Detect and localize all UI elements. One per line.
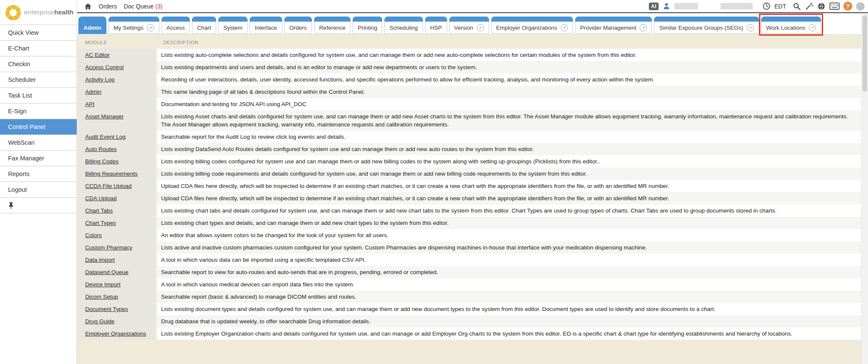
tab-scheduling[interactable]: Scheduling [384,17,423,34]
module-link-activity-log[interactable]: Activity Log [85,76,114,83]
sidebar-item-task-list[interactable]: Task List [0,88,77,104]
module-link-access-control[interactable]: Access Control [85,64,124,70]
tab-access[interactable]: Access [161,17,190,34]
module-cell: Admin [79,86,157,98]
sidebar-pin-button[interactable] [0,198,77,213]
module-link-cda-upload[interactable]: CDA Upload [85,195,117,202]
globe-icon[interactable] [817,2,826,11]
content-area: MODULE DESCRIPTION AC EditorLists existi… [77,34,861,364]
tab-chart[interactable]: Chart [192,17,216,34]
module-link-ac-editor[interactable]: AC Editor [85,52,110,58]
search-icon[interactable] [793,2,801,11]
sidebar-item-logout[interactable]: Logout [0,182,77,198]
module-cell: Device Import [79,278,157,291]
module-link-ccda-file-upload[interactable]: CCDA File Upload [85,183,132,189]
table-row: Chart TabsLists existing chart tabs and … [79,204,861,217]
table-row: Dicom SetupSearchable report (basic & ad… [79,291,861,303]
tab-similar-exposure-groups-segs[interactable]: Similar Exposure Groups (SEGs)↗ [654,17,759,34]
sidebar-item-e-chart[interactable]: E-Chart [0,41,77,56]
column-header-description: DESCRIPTION [157,40,861,49]
sidebar-item-e-sign[interactable]: E-Sign [0,104,77,119]
module-link-chart-types[interactable]: Chart Types [85,220,116,226]
module-link-colors[interactable]: Colors [85,232,102,238]
description-cell: Lists existing document types and detail… [157,303,861,315]
help-icon[interactable]: ? [843,2,852,11]
topnav-doc-queue-link[interactable]: Doc Queue (3) [124,3,163,10]
tab-label: Employer Organizations [496,25,557,31]
module-link-device-import[interactable]: Device Import [85,281,120,288]
user-icon[interactable] [662,2,670,10]
tab-label: Orders [289,25,307,31]
description-cell: Lists existing departments and users and… [157,61,861,73]
module-link-drug-guide[interactable]: Drug Guide [85,318,114,325]
module-link-auto-routes[interactable]: Auto Routes [85,146,117,152]
topnav-orders-link[interactable]: Orders [99,3,117,10]
description-cell: Upload CDA files here directly, which wi… [157,192,861,204]
tab-admin[interactable]: Admin [78,17,106,34]
module-link-admin[interactable]: Admin [85,89,101,95]
module-link-dicom-setup[interactable]: Dicom Setup [85,294,118,300]
module-link-billing-codes[interactable]: Billing Codes [85,158,119,165]
description-cell: Drug database that is updated weekly, to… [157,315,861,328]
tab-work-locations[interactable]: Work Locations↗ [761,17,821,34]
module-link-document-types[interactable]: Document Types [85,306,128,312]
tab-reference[interactable]: Reference [314,17,351,34]
description-cell: Searchable report for the Audit Log to r… [157,131,861,143]
table-row: Access ControlLists existing departments… [79,61,861,73]
table-row: Billing RequirementsLists existing billi… [79,168,861,180]
tab-employer-organizations[interactable]: Employer Organizations↗ [491,17,573,34]
tab-version[interactable]: Version↗ [449,17,489,34]
module-link-datasend-queue[interactable]: Datasend Queue [85,269,128,275]
description-cell: Lists existing billing codes configured … [157,155,861,168]
table-row: Datasend QueueSearchable report to view … [79,266,861,278]
tab-printing[interactable]: Printing [353,17,382,34]
sidebar-item-quick-view[interactable]: Quick View [0,25,77,41]
avatar-placeholder[interactable] [856,2,865,11]
column-header-module: MODULE [79,40,157,49]
description-cell: Recording of user interactions, details,… [157,73,861,86]
table-row: Audit Event LogSearchable report for the… [79,131,861,143]
module-link-employer-organizations[interactable]: Employer Organizations [85,330,146,337]
tab-label: Access [167,25,185,31]
tab-orders[interactable]: Orders [284,17,312,34]
table-row: Data importA tool in which various data … [79,254,861,266]
module-cell: CDA Upload [79,192,157,204]
module-link-data-import[interactable]: Data import [85,257,115,263]
tab-label: Similar Exposure Groups (SEGs) [659,25,743,31]
tab-interface[interactable]: Interface [250,17,282,34]
sidebar-item-fax-manager[interactable]: Fax Manager [0,151,77,166]
external-link-icon: ↗ [640,24,647,31]
table-row: Billing CodesLists existing billing code… [79,155,861,168]
module-link-asset-manager[interactable]: Asset Manager [85,113,124,120]
module-link-billing-requirements[interactable]: Billing Requirements [85,171,138,177]
home-icon[interactable] [84,3,92,10]
module-cell: Document Types [79,303,157,315]
keyboard-icon[interactable] [829,2,840,10]
vertical-scrollbar[interactable] [861,14,868,364]
module-link-custom-pharmacy[interactable]: Custom Pharmacy [85,244,132,251]
sidebar-item-scheduler[interactable]: Scheduler [0,72,77,88]
ai-badge[interactable]: AI [649,3,659,10]
tab-system[interactable]: System [218,17,248,34]
description-cell: Lists existing auto-complete selections … [157,49,861,61]
tab-provider-management[interactable]: Provider Management↗ [575,17,652,34]
tab-hsp[interactable]: HSP [425,17,447,34]
sidebar-item-reports[interactable]: Reports [0,166,77,182]
magic-wand-icon[interactable] [805,2,813,11]
module-cell: Billing Codes [79,155,157,168]
doc-queue-count: (3) [156,3,163,10]
tab-my-settings[interactable]: My Settings↗ [108,17,159,34]
tab-label: System [223,25,242,31]
clock-icon[interactable] [762,2,771,10]
sidebar-item-checkin[interactable]: Checkin [0,56,77,72]
table-row: CCDA File UploadUpload CDA files here di… [79,180,861,192]
sidebar-item-control-panel[interactable]: Control Panel [0,119,77,135]
module-cell: Data import [79,254,157,266]
module-cell: Auto Routes [79,143,157,155]
module-link-audit-event-log[interactable]: Audit Event Log [85,134,125,140]
module-link-api[interactable]: API [85,101,95,107]
sidebar-item-webscan[interactable]: WebScan [0,135,77,151]
scrollbar-thumb[interactable] [862,15,867,92]
module-link-chart-tabs[interactable]: Chart Tabs [85,207,113,214]
module-cell: Employer Organizations [79,328,157,340]
